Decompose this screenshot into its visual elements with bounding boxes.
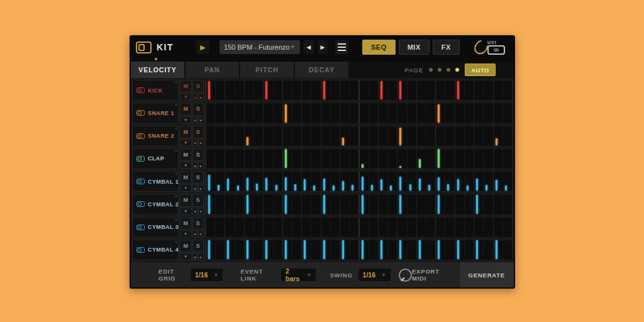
velocity-bar[interactable] [362, 195, 364, 214]
next-sample-button[interactable]: ▸ [198, 253, 204, 260]
track-label[interactable]: CYMBAL 1 [132, 171, 179, 192]
velocity-bar[interactable] [476, 179, 478, 191]
menu-icon[interactable] [335, 40, 348, 54]
prev-sample-button[interactable]: ◂ [192, 208, 198, 215]
velocity-bar[interactable] [399, 177, 401, 191]
velocity-bar[interactable] [333, 186, 335, 191]
mute-button[interactable]: M [180, 171, 192, 184]
step-grid[interactable] [205, 103, 513, 123]
mute-button[interactable]: M [180, 194, 192, 206]
velocity-bar[interactable] [304, 179, 306, 191]
tab-pitch[interactable]: PITCH [240, 62, 294, 78]
velocity-bar[interactable] [362, 240, 364, 259]
next-sample-button[interactable]: ▸ [198, 139, 204, 147]
tab-fx[interactable]: FX [433, 40, 460, 55]
solo-button[interactable]: S [192, 80, 204, 92]
velocity-bar[interactable] [476, 240, 478, 259]
velocity-bar[interactable] [323, 179, 325, 191]
export-midi-button[interactable]: EXPORT MIDI [412, 268, 459, 282]
velocity-bar[interactable] [208, 175, 210, 191]
velocity-bar[interactable] [208, 195, 210, 214]
velocity-bar[interactable] [285, 149, 287, 168]
mute-button[interactable]: M [180, 148, 192, 161]
tab-decay[interactable]: DECAY [295, 62, 348, 78]
tab-velocity[interactable]: VELOCITY [131, 62, 184, 78]
mute-button[interactable]: M [180, 103, 192, 115]
velocity-bar[interactable] [362, 177, 364, 191]
step-grid[interactable] [205, 148, 513, 169]
step-grid[interactable] [205, 126, 513, 147]
auto-button[interactable]: AUTO [465, 64, 496, 76]
next-preset-button[interactable]: ▶ [318, 40, 328, 54]
sample-dropdown-button[interactable]: ▾ [180, 162, 192, 169]
next-sample-button[interactable]: ▸ [198, 116, 204, 124]
velocity-bar[interactable] [419, 240, 421, 259]
velocity-bar[interactable] [352, 185, 353, 191]
velocity-bar[interactable] [419, 159, 421, 168]
velocity-bar[interactable] [237, 186, 239, 191]
velocity-bar[interactable] [390, 186, 392, 191]
velocity-bar[interactable] [265, 81, 267, 100]
velocity-bar[interactable] [323, 240, 325, 259]
track-label[interactable]: KICK [132, 80, 179, 101]
sample-dropdown-button[interactable]: ▾ [180, 208, 192, 215]
solo-button[interactable]: S [192, 171, 204, 184]
tab-pan[interactable]: PAN [186, 62, 239, 78]
velocity-bar[interactable] [371, 185, 373, 191]
page-dot-4[interactable] [455, 68, 459, 72]
velocity-bar[interactable] [247, 195, 248, 214]
velocity-bar[interactable] [438, 104, 440, 123]
velocity-bar[interactable] [486, 185, 487, 191]
velocity-bar[interactable] [247, 178, 248, 191]
next-sample-button[interactable]: ▸ [198, 162, 204, 169]
velocity-bar[interactable] [399, 128, 401, 145]
mute-button[interactable]: M [180, 126, 192, 138]
track-label[interactable]: SNARE 2 [132, 126, 179, 147]
event-link-dropdown[interactable]: 2 bars ▼ [281, 269, 316, 281]
mute-button[interactable]: M [180, 80, 192, 92]
tab-seq[interactable]: SEQ [362, 40, 396, 55]
page-dot-2[interactable] [438, 68, 441, 72]
step-grid[interactable] [205, 80, 513, 101]
velocity-bar[interactable] [457, 179, 459, 191]
velocity-bar[interactable] [275, 185, 277, 191]
solo-button[interactable]: S [192, 194, 204, 206]
step-grid[interactable] [205, 171, 513, 192]
velocity-bar[interactable] [285, 104, 287, 123]
velocity-bar[interactable] [399, 166, 401, 168]
velocity-bar[interactable] [227, 240, 229, 259]
velocity-bar[interactable] [438, 149, 440, 168]
page-dot-3[interactable] [447, 68, 450, 72]
swing-knob[interactable] [399, 269, 412, 282]
velocity-bar[interactable] [496, 240, 497, 259]
sample-dropdown-button[interactable]: ▾ [180, 116, 192, 124]
velocity-bar[interactable] [419, 179, 421, 191]
velocity-bar[interactable] [285, 240, 287, 259]
track-label[interactable]: CYMBAL 2 [132, 194, 179, 214]
step-grid[interactable] [205, 217, 513, 238]
tab-mix[interactable]: MIX [399, 40, 430, 55]
velocity-bar[interactable] [208, 81, 210, 100]
velocity-bar[interactable] [285, 177, 287, 191]
velocity-bar[interactable] [342, 240, 344, 259]
step-grid[interactable] [205, 194, 513, 214]
velocity-bar[interactable] [496, 180, 497, 191]
step-grid[interactable] [205, 240, 513, 260]
next-sample-button[interactable]: ▸ [198, 93, 204, 101]
velocity-bar[interactable] [399, 195, 401, 214]
velocity-bar[interactable] [380, 240, 382, 259]
play-button[interactable]: ▶ [196, 40, 209, 54]
solo-button[interactable]: S [192, 148, 204, 161]
sample-dropdown-button[interactable]: ▾ [180, 139, 192, 147]
velocity-bar[interactable] [227, 179, 229, 191]
velocity-bar[interactable] [285, 195, 287, 214]
sample-dropdown-button[interactable]: ▾ [180, 253, 192, 260]
generate-button[interactable]: GENERATE [459, 262, 514, 287]
next-sample-button[interactable]: ▸ [198, 230, 204, 238]
velocity-bar[interactable] [438, 177, 440, 191]
velocity-bar[interactable] [380, 81, 382, 100]
solo-button[interactable]: S [192, 103, 204, 115]
velocity-bar[interactable] [496, 138, 497, 145]
velocity-bar[interactable] [304, 240, 306, 259]
velocity-bar[interactable] [438, 195, 440, 214]
